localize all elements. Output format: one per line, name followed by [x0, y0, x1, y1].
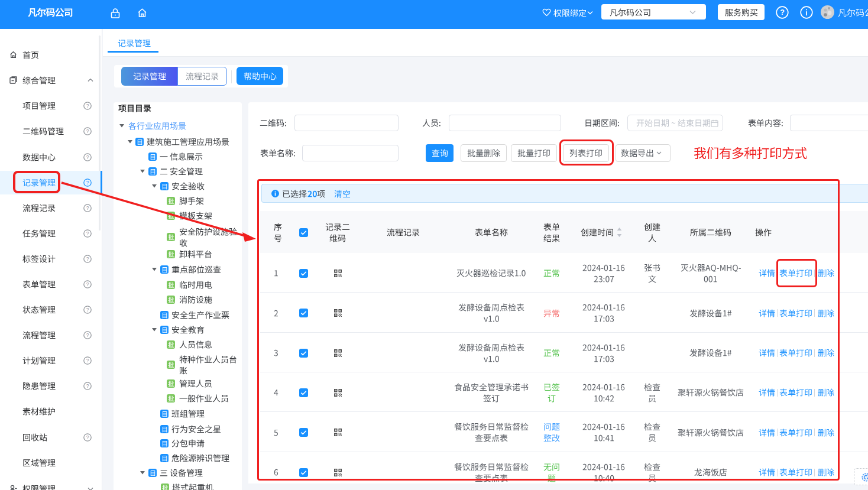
svg-text:?: ? — [86, 281, 89, 287]
svg-text:?: ? — [86, 256, 89, 262]
svg-text:?: ? — [86, 434, 89, 440]
svg-text:?: ? — [86, 358, 89, 364]
svg-text:?: ? — [86, 154, 89, 160]
svg-text:?: ? — [86, 128, 89, 134]
svg-text:?: ? — [86, 103, 89, 109]
svg-text:?: ? — [86, 332, 89, 338]
svg-text:?: ? — [86, 383, 89, 389]
svg-text:?: ? — [86, 307, 89, 313]
svg-text:?: ? — [780, 8, 785, 17]
